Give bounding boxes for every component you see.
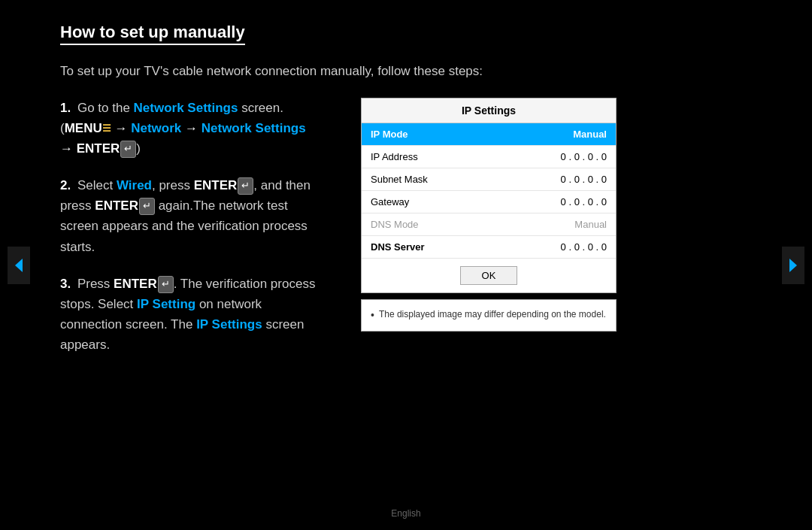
step-2-number: 2. xyxy=(60,178,71,192)
dns-mode-label: DNS Mode xyxy=(371,219,419,230)
step-2-wired: Wired xyxy=(117,178,152,192)
note-bullet: • xyxy=(371,307,374,323)
gateway-value: 0 . 0 . 0 . 0 xyxy=(561,196,607,207)
nav-arrow-right[interactable] xyxy=(782,247,804,284)
ok-button-row: OK xyxy=(362,259,616,292)
step-2-enter2-label: ENTER xyxy=(95,198,138,213)
subnet-mask-row: Subnet Mask 0 . 0 . 0 . 0 xyxy=(362,168,616,191)
step-1-network-settings2: Network Settings xyxy=(201,121,306,135)
step-1-arrow1: → xyxy=(114,121,131,135)
note-text: The displayed image may differ depending… xyxy=(379,307,606,323)
step-3-enter-icon: ↵ xyxy=(158,276,174,293)
step-1-menu: MENU xyxy=(65,121,102,135)
left-arrow-icon xyxy=(14,257,24,274)
step-1: 1. Go to the Network Settings screen. (M… xyxy=(60,98,331,159)
gateway-row: Gateway 0 . 0 . 0 . 0 xyxy=(362,191,616,214)
step-1-enter-label: ENTER xyxy=(77,141,120,156)
ip-address-value: 0 . 0 . 0 . 0 xyxy=(561,151,607,162)
ip-mode-row: IP Mode Manual xyxy=(362,123,616,146)
right-panel: IP Settings IP Mode Manual IP Address 0 … xyxy=(361,98,617,372)
steps-container: 1. Go to the Network Settings screen. (M… xyxy=(60,98,617,372)
note-box: • The displayed image may differ dependi… xyxy=(361,299,617,332)
page-title: How to set up manually xyxy=(60,23,245,45)
footer-language: English xyxy=(0,508,812,519)
step-1-number: 1. xyxy=(60,101,71,115)
step-2-enter-label: ENTER xyxy=(194,178,238,192)
step-1-enter-icon: ↵ xyxy=(120,141,136,158)
ip-settings-title: IP Settings xyxy=(362,98,616,123)
svg-marker-0 xyxy=(15,259,23,272)
ip-mode-label: IP Mode xyxy=(371,129,408,140)
step-2: 2. Select Wired, press ENTER↵, and then … xyxy=(60,175,331,257)
step-1-network: Network xyxy=(131,121,181,135)
gateway-label: Gateway xyxy=(371,196,409,207)
step-1-arrow2: → xyxy=(185,121,201,135)
menu-icon: ☰ xyxy=(102,123,111,134)
dns-server-value: 0 . 0 . 0 . 0 xyxy=(561,241,607,253)
ok-button[interactable]: OK xyxy=(460,266,518,285)
svg-marker-1 xyxy=(789,259,797,272)
step-2-enter-icon: ↵ xyxy=(238,177,253,195)
step-1-network-settings: Network Settings xyxy=(134,101,238,115)
ip-settings-box: IP Settings IP Mode Manual IP Address 0 … xyxy=(361,98,617,293)
dns-mode-row: DNS Mode Manual xyxy=(362,214,616,236)
step-2-enter2-icon: ↵ xyxy=(139,198,155,215)
subnet-mask-value: 0 . 0 . 0 . 0 xyxy=(561,174,607,185)
step-3-ip-setting: IP Setting xyxy=(137,297,195,311)
dns-server-row: DNS Server 0 . 0 . 0 . 0 xyxy=(362,236,616,259)
dns-server-label: DNS Server xyxy=(371,241,425,253)
step-3-enter-label: ENTER xyxy=(114,277,157,291)
subnet-mask-label: Subnet Mask xyxy=(371,174,428,185)
right-arrow-icon xyxy=(788,257,798,274)
step-3-number: 3. xyxy=(60,277,71,291)
steps-left: 1. Go to the Network Settings screen. (M… xyxy=(60,98,331,372)
step-3: 3. Press ENTER↵. The verification proces… xyxy=(60,274,331,356)
step-3-ip-settings: IP Settings xyxy=(196,317,262,332)
ip-address-row: IP Address 0 . 0 . 0 . 0 xyxy=(362,146,616,168)
intro-text: To set up your TV's cable network connec… xyxy=(60,62,617,81)
nav-arrow-left[interactable] xyxy=(8,247,30,284)
ip-mode-value: Manual xyxy=(573,129,607,140)
ip-address-label: IP Address xyxy=(371,151,418,162)
step-1-arrow3: → xyxy=(60,141,77,156)
dns-mode-value: Manual xyxy=(574,219,607,230)
